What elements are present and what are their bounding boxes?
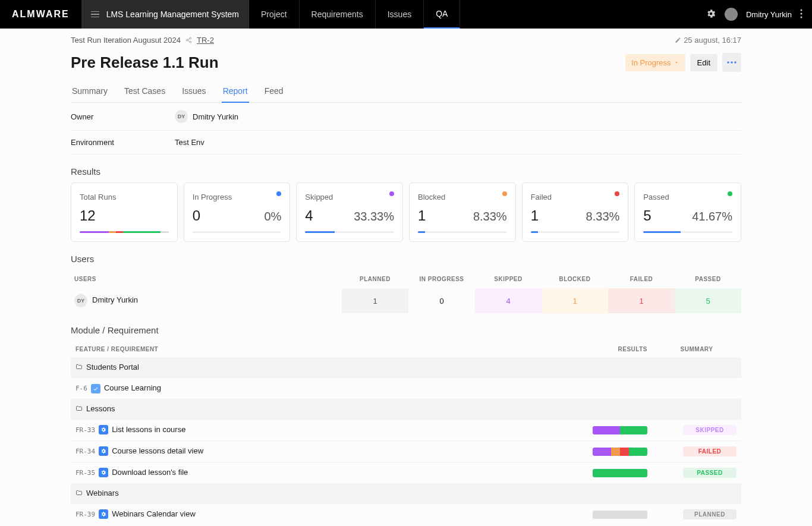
table-row[interactable]: FR-33List lessons in courseSKIPPED <box>71 419 741 440</box>
tab-test-cases[interactable]: Test Cases <box>123 80 166 102</box>
card-title: Blocked <box>418 193 507 201</box>
title-bar: Pre Release 1.1 Run In Progress Edit <box>71 47 741 80</box>
requirement-name: Download lesson's file <box>112 468 188 477</box>
owner-name: Dmitry Yurkin <box>193 112 238 121</box>
cell-passed: 5 <box>675 288 741 313</box>
status-dropdown[interactable]: In Progress <box>625 54 685 71</box>
cell-planned: 1 <box>342 288 408 313</box>
share-icon <box>185 37 192 43</box>
feature-name: Course Learning <box>104 383 161 392</box>
timestamp: 25 august, 16:17 <box>684 36 741 45</box>
svg-point-4 <box>186 39 188 41</box>
requirement-id: FR-34 <box>75 448 95 455</box>
card-in-progress: In Progress00% <box>184 182 291 242</box>
svg-point-10 <box>734 61 736 63</box>
card-title: Skipped <box>305 193 394 201</box>
tab-summary[interactable]: Summary <box>71 80 109 102</box>
chevron-down-icon <box>673 59 679 65</box>
menu-icon <box>91 11 99 18</box>
svg-point-5 <box>190 41 191 43</box>
requirement-name: Course lessons detail view <box>112 446 203 455</box>
cell-inprogress: 0 <box>408 288 475 313</box>
col-feature: FEATURE / REQUIREMENT <box>71 341 563 357</box>
col-failed: FAILED <box>608 270 675 288</box>
status-dot <box>502 191 507 196</box>
status-dot <box>728 191 732 196</box>
card-value: 5 <box>643 207 651 224</box>
owner-row: Owner DYDmitry Yurkin <box>71 103 741 131</box>
card-title: Total Runs <box>80 193 169 201</box>
users-title: Users <box>71 254 741 264</box>
page-title: Pre Release 1.1 Run <box>71 53 219 72</box>
users-table: USERSPLANNEDIN PROGRESSSKIPPEDBLOCKEDFAI… <box>71 270 741 313</box>
run-id-link[interactable]: TR-2 <box>197 36 214 45</box>
card-percent: 8.33% <box>473 210 507 223</box>
folder-icon <box>75 405 83 414</box>
table-row[interactable]: Lessons <box>71 399 741 420</box>
group-name: Lessons <box>86 404 115 413</box>
environment-row: Environment Test Env <box>71 131 741 155</box>
card-failed: Failed18.33% <box>522 182 629 242</box>
svg-point-3 <box>190 37 191 39</box>
tab-report[interactable]: Report <box>222 80 249 103</box>
svg-point-0 <box>801 9 802 11</box>
plan-name[interactable]: Test Run Iteration Augusut 2024 <box>71 36 181 45</box>
card-percent: 41.67% <box>692 210 732 223</box>
row-user-name: Dmitry Yurkin <box>92 295 138 304</box>
card-skipped: Skipped433.33% <box>296 182 403 242</box>
more-icon[interactable] <box>800 9 802 20</box>
col-passed: PASSED <box>675 270 741 288</box>
project-selector[interactable]: LMS Learning Management System <box>81 0 249 29</box>
edit-button[interactable]: Edit <box>690 54 717 71</box>
svg-point-8 <box>727 61 729 63</box>
user-name[interactable]: Dmitry Yurkin <box>746 10 792 19</box>
cell-failed: 1 <box>608 288 675 313</box>
col-blocked: BLOCKED <box>542 270 608 288</box>
environment-label: Environment <box>71 138 175 147</box>
owner-label: Owner <box>71 112 175 121</box>
module-title: Module / Requirement <box>71 325 741 335</box>
group-name: Webinars <box>86 489 119 497</box>
tab-issues[interactable]: Issues <box>181 80 207 102</box>
feature-id: F-6 <box>75 385 87 392</box>
summary-chip: PASSED <box>683 468 737 478</box>
card-percent: 8.33% <box>586 210 620 223</box>
col-summary: SUMMARY <box>652 341 741 357</box>
table-row[interactable]: F-6Course Learning <box>71 378 741 399</box>
tab-feed[interactable]: Feed <box>263 80 285 102</box>
top-nav: ProjectRequirementsIssuesQA <box>249 0 460 29</box>
result-bar <box>593 469 647 477</box>
card-value: 12 <box>80 207 96 224</box>
summary-chip: PLANNED <box>683 509 737 519</box>
topnav-requirements[interactable]: Requirements <box>300 0 376 29</box>
card-passed: Passed541.67% <box>634 182 741 242</box>
svg-line-6 <box>188 39 190 40</box>
result-bar <box>593 426 647 434</box>
topnav-issues[interactable]: Issues <box>376 0 424 29</box>
card-value: 0 <box>193 207 200 224</box>
table-row[interactable]: FR-35Download lesson's filePASSED <box>71 462 741 483</box>
table-row[interactable]: FR-39Webinars Calendar viewPLANNED <box>71 503 741 525</box>
requirement-icon <box>99 509 108 519</box>
requirements-table: FEATURE / REQUIREMENT RESULTS SUMMARY St… <box>71 341 741 525</box>
requirement-icon <box>99 425 108 434</box>
table-row[interactable]: Students Portal <box>71 357 741 378</box>
more-actions-button[interactable] <box>722 53 741 72</box>
avatar[interactable] <box>725 8 738 21</box>
table-row[interactable]: FR-34Course lessons detail viewFAILED <box>71 440 741 462</box>
feature-icon <box>91 384 100 393</box>
col-skipped: SKIPPED <box>475 270 542 288</box>
topnav-qa[interactable]: QA <box>424 0 460 29</box>
gear-icon[interactable] <box>706 8 716 21</box>
folder-icon <box>75 363 83 372</box>
card-title: Passed <box>643 193 732 201</box>
owner-avatar: DY <box>175 110 188 123</box>
svg-point-9 <box>731 61 732 63</box>
folder-icon <box>75 489 83 498</box>
col-planned: PLANNED <box>342 270 408 288</box>
table-row[interactable]: Webinars <box>71 483 741 504</box>
topnav-project[interactable]: Project <box>249 0 300 29</box>
card-value: 4 <box>305 207 313 224</box>
results-title: Results <box>71 166 741 177</box>
card-total-runs: Total Runs12 <box>71 182 178 242</box>
